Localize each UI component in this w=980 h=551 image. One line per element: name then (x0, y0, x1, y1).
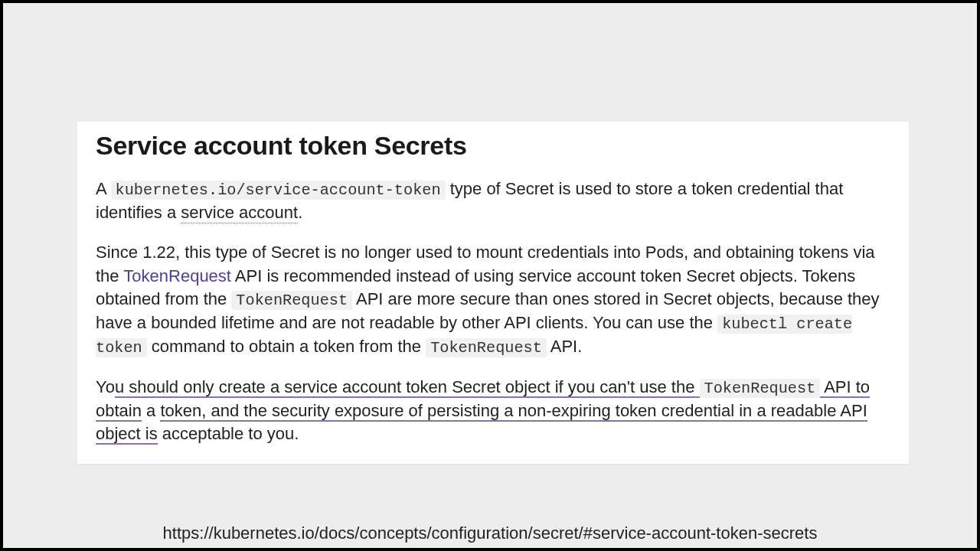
code-tokenrequest-3: TokenRequest (700, 379, 821, 398)
paragraph-2: Since 1.22, this type of Secret is no lo… (96, 241, 890, 358)
code-tokenrequest-1: TokenRequest (231, 291, 352, 310)
code-secret-type: kubernetes.io/service-account-token (111, 181, 446, 200)
p1-text-3: . (298, 203, 302, 222)
glossary-service-account[interactable]: service account (181, 203, 298, 223)
doc-heading: Service account token Secrets (96, 131, 890, 161)
code-tokenrequest-2: TokenRequest (426, 338, 547, 357)
source-url: https://kubernetes.io/docs/concepts/conf… (3, 523, 977, 543)
paragraph-3: You should only create a service account… (96, 376, 890, 446)
doc-card: Service account token Secrets A kubernet… (77, 122, 909, 464)
p3-text-2: a (142, 401, 160, 420)
p3-text-1: Yo (96, 377, 115, 396)
p2-text-5: API. (547, 337, 582, 356)
link-tokenrequest[interactable]: TokenRequest (123, 266, 231, 285)
p2-text-4: command to obtain a token from the (147, 337, 426, 356)
p3-text-3: acceptable to you. (158, 424, 299, 443)
highlight-line-1a: u should only create a service account t… (115, 377, 700, 398)
paragraph-1: A kubernetes.io/service-account-token ty… (96, 178, 890, 224)
p1-text-1: A (96, 179, 111, 198)
